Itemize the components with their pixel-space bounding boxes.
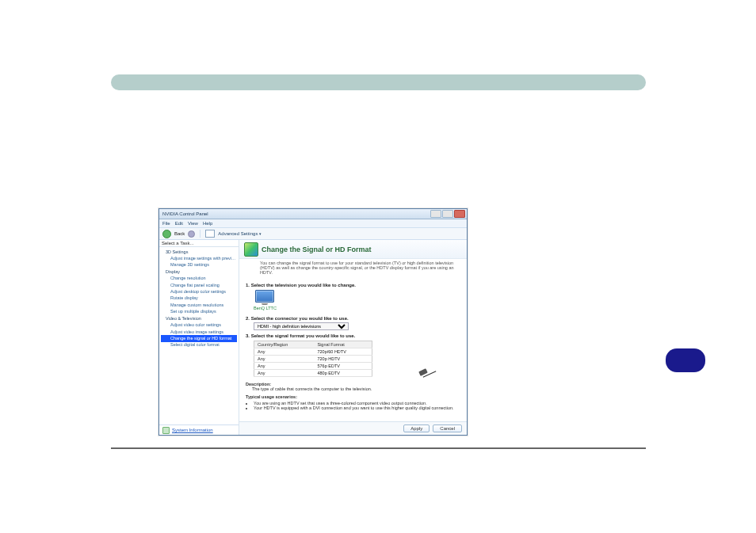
table-row[interactable]: Any576p EDTV <box>254 363 372 370</box>
monitor-icon <box>255 290 274 303</box>
sidebar-item[interactable]: Adjust desktop color settings <box>161 289 237 295</box>
toolbar-separator <box>200 230 200 238</box>
step2-label: 2. Select the connector you would like t… <box>246 316 460 321</box>
sidebar-header: Select a Task... <box>159 240 239 247</box>
description-text: The type of cable that connects the comp… <box>246 386 460 391</box>
page-divider <box>111 447 646 449</box>
connector-select-row: HDMI - high definition televisions <box>254 322 460 330</box>
page-title: Change the Signal or HD Format <box>262 246 372 253</box>
window-controls <box>430 210 465 218</box>
close-button[interactable] <box>454 210 465 218</box>
sidebar-item[interactable]: Change resolution <box>161 276 237 282</box>
television-caption: BenQ LTTC <box>254 306 277 310</box>
minimize-button[interactable] <box>430 210 441 218</box>
page-side-pill <box>666 348 705 372</box>
menu-edit[interactable]: Edit <box>175 221 183 226</box>
usage-bullet: Your HDTV is equipped with a DVI connect… <box>254 405 460 410</box>
television-item[interactable]: BenQ LTTC <box>254 290 277 310</box>
forward-icon[interactable] <box>188 230 195 238</box>
content-body: 1. Select the television you would like … <box>239 278 467 421</box>
step3-label: 3. Select the signal format you would li… <box>246 333 460 338</box>
sidebar-item[interactable]: Change flat panel scaling <box>161 282 237 288</box>
usage-bullets: You are using an HDTV set that uses a th… <box>254 401 460 410</box>
table-row[interactable]: Any720p/60 HDTV <box>254 348 372 356</box>
sidebar-item[interactable]: Display <box>161 268 237 275</box>
layout-toggle-icon[interactable] <box>205 230 215 238</box>
sidebar-item[interactable]: Set up multiple displays <box>161 309 237 315</box>
table-cell-country: Any <box>254 348 315 356</box>
sidebar-item[interactable]: Manage custom resolutions <box>161 302 237 308</box>
usage-title: Typical usage scenarios: <box>246 394 460 399</box>
table-cell-country: Any <box>254 370 315 377</box>
connector-illustration <box>416 367 435 379</box>
page-accent-bar <box>111 74 646 90</box>
table-cell-country: Any <box>254 363 315 370</box>
window-title: NVIDIA Control Panel <box>161 211 208 216</box>
menu-view[interactable]: View <box>188 221 198 226</box>
connector-select[interactable]: HDMI - high definition televisions <box>254 322 349 330</box>
monitor-stand-icon <box>262 303 268 305</box>
menu-help[interactable]: Help <box>203 221 212 226</box>
table-row[interactable]: Any480p EDTV <box>254 370 372 377</box>
back-button-label[interactable]: Back <box>174 231 185 236</box>
sidebar-item[interactable]: Adjust video image settings <box>161 329 237 335</box>
dialog-button-row: Apply Cancel <box>239 421 467 435</box>
sidebar-item[interactable]: Adjust image settings with preview <box>161 255 237 261</box>
back-icon[interactable] <box>162 230 171 238</box>
table-cell-format: 576p EDTV <box>314 363 372 370</box>
nvidia-control-panel-window: NVIDIA Control Panel File Edit View Help… <box>158 208 468 436</box>
sidebar-item[interactable]: 3D Settings <box>161 249 237 255</box>
table-cell-country: Any <box>254 356 315 363</box>
maximize-button[interactable] <box>442 210 453 218</box>
advanced-settings-dropdown[interactable]: Advanced Settings <box>218 231 261 236</box>
content-header: Change the Signal or HD Format <box>239 240 467 259</box>
cancel-button[interactable]: Cancel <box>433 424 462 432</box>
workarea: Select a Task... 3D SettingsAdjust image… <box>159 240 467 435</box>
table-row[interactable]: Any720p HDTV <box>254 356 372 363</box>
step1-label: 1. Select the television you would like … <box>246 283 460 287</box>
signal-format-table[interactable]: Country/Region Signal Format Any720p/60 … <box>254 341 372 377</box>
table-cell-format: 720p HDTV <box>314 356 372 363</box>
sidebar-item[interactable]: Manage 3D settings <box>161 262 237 268</box>
menu-file[interactable]: File <box>162 221 170 226</box>
table-cell-format: 720p/60 HDTV <box>314 348 372 356</box>
table-cell-format: 480p EDTV <box>314 370 372 377</box>
sidebar-item[interactable]: Select digital color format <box>161 342 237 348</box>
task-sidebar: Select a Task... 3D SettingsAdjust image… <box>159 240 239 435</box>
statusbar: System Information <box>159 424 239 435</box>
system-info-icon <box>162 427 170 434</box>
toolbar: Back Advanced Settings <box>159 228 467 240</box>
sidebar-tree: 3D SettingsAdjust image settings with pr… <box>159 247 239 424</box>
sidebar-item[interactable]: Rotate display <box>161 295 237 302</box>
sidebar-item[interactable]: Adjust video color settings <box>161 322 237 329</box>
description-block: Description: The type of cable that conn… <box>246 382 460 410</box>
table-header-format[interactable]: Signal Format <box>314 341 372 348</box>
page-subtitle: You can change the signal format to use … <box>239 259 467 278</box>
sidebar-item[interactable]: Change the signal or HD format <box>161 335 237 341</box>
window-titlebar: NVIDIA Control Panel <box>159 209 467 219</box>
apply-button[interactable]: Apply <box>403 424 430 432</box>
table-header-country[interactable]: Country/Region <box>254 341 315 348</box>
system-information-link[interactable]: System Information <box>172 428 213 432</box>
page-header-icon <box>244 242 258 257</box>
content-panel: Change the Signal or HD Format You can c… <box>239 240 467 435</box>
menubar: File Edit View Help <box>159 219 467 228</box>
sidebar-item[interactable]: Video & Television <box>161 315 237 322</box>
